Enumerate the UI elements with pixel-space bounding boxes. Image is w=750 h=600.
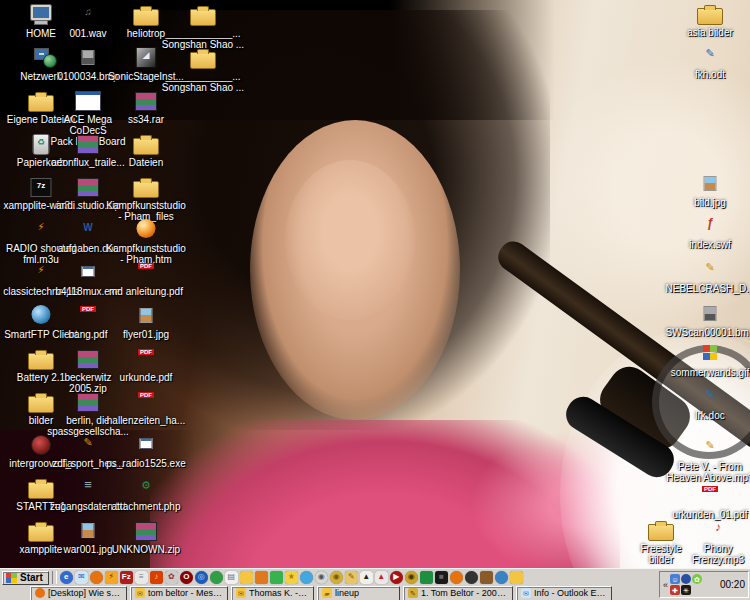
desktop-icon[interactable]: ____________... Songshan Shao ... xyxy=(158,46,248,89)
gold-eye-icon[interactable]: ◉ xyxy=(405,571,418,584)
task-button[interactable]: ✉ Info - Outlook Express xyxy=(516,586,612,600)
icon-label: flyer01.jpg xyxy=(123,329,169,340)
icon-glyph: ◉ xyxy=(333,573,340,581)
desktop-icon[interactable]: Kampfkunststudio - Pham.htm xyxy=(100,218,192,261)
icon-label: hallenzeiten_ha... xyxy=(107,415,185,426)
file-icon xyxy=(132,46,160,70)
filezilla-icon[interactable]: Fz xyxy=(120,571,133,584)
document-icon[interactable]: ▤ xyxy=(225,571,238,584)
yellow-folder-icon[interactable] xyxy=(510,571,523,584)
icon-glyph: ▲ xyxy=(377,573,385,581)
penguin-icon[interactable]: ▲ xyxy=(360,571,373,584)
winamp-icon[interactable]: ⚡ xyxy=(105,571,118,584)
icon-label: ps_radio1525.exe xyxy=(106,458,186,469)
brown-box-icon[interactable] xyxy=(480,571,493,584)
desktop-icon[interactable]: flyer01.jpg xyxy=(100,304,192,347)
msn-compass-icon[interactable]: ◎ xyxy=(195,571,208,584)
winamp-flame-icon[interactable]: ♪ xyxy=(150,571,163,584)
desktop-icon[interactable]: hallenzeiten_ha... xyxy=(100,390,192,433)
outlook-express-icon[interactable]: ✉ xyxy=(75,571,88,584)
office-icon[interactable] xyxy=(255,571,268,584)
yellow-star-icon[interactable]: ★ xyxy=(285,571,298,584)
green-square-icon[interactable] xyxy=(420,571,433,584)
file-icon xyxy=(74,347,102,371)
media-green-icon[interactable] xyxy=(270,571,283,584)
desktop-icon[interactable]: md anleitung.pdf xyxy=(100,261,192,304)
desktop-icon[interactable]: Pete V. - From Heaven Above.mp3 xyxy=(660,436,750,483)
desktop-icon[interactable]: Phony Frenzy.mp3 xyxy=(685,518,750,565)
cd-burner-icon[interactable]: ◉ xyxy=(330,571,343,584)
icon-label: Freestyle bilder xyxy=(635,543,687,565)
file-icon xyxy=(132,433,160,457)
file-icon xyxy=(189,46,217,70)
file-icon xyxy=(696,214,724,238)
compass-icon[interactable]: ◉ xyxy=(315,571,328,584)
start-button[interactable]: Start xyxy=(2,571,49,585)
gold-pencil-icon[interactable]: ✎ xyxy=(345,571,358,584)
desktop-icon[interactable]: lrk.doc xyxy=(660,385,750,421)
desktop-icon[interactable]: attachment.php xyxy=(100,476,192,519)
desktop-icon[interactable]: Dateien xyxy=(100,132,192,175)
file-icon xyxy=(132,304,160,328)
icon-label: NEBELCRASH_D... xyxy=(666,283,750,294)
task-button-icon: ✉ xyxy=(521,588,531,598)
desktop-icon[interactable]: bild.jpg xyxy=(660,172,750,208)
desktop-icon[interactable]: UNKNOWN.zip xyxy=(100,519,192,562)
media-player-red-icon[interactable]: ▶ xyxy=(390,571,403,584)
task-button-label: Info - Outlook Express xyxy=(534,588,607,598)
file-icon xyxy=(132,89,160,113)
task-button[interactable]: ✎ 1. Tom Beltor - 2006-02-... xyxy=(403,586,513,600)
messenger-user-icon[interactable]: ☺ xyxy=(670,574,680,584)
antivirus-shield-icon[interactable]: ✚ xyxy=(670,585,680,595)
file-icon xyxy=(132,347,160,371)
internet-explorer-icon[interactable]: e xyxy=(60,571,73,584)
icon-glyph: ◉ xyxy=(318,573,325,581)
icon-glyph: ⚡ xyxy=(108,573,114,581)
file-icon xyxy=(74,304,102,328)
taskbar-clock[interactable]: 00:20 xyxy=(720,579,745,590)
desktop-icon[interactable]: index.swf xyxy=(660,214,750,250)
desktop-icon[interactable]: urkunde.pdf xyxy=(100,347,192,390)
opera-icon[interactable]: O xyxy=(180,571,193,584)
desktop-icon[interactable]: ss34.rar xyxy=(100,89,192,132)
firefox-2-icon[interactable] xyxy=(450,571,463,584)
desktop-icon[interactable]: sommerwands.gif xyxy=(660,342,750,378)
task-button-icon xyxy=(35,588,45,598)
desktop-icon[interactable]: ____________... Songshan Shao ... xyxy=(158,3,248,46)
desktop-icon[interactable]: fkh.odt xyxy=(660,44,750,80)
dark-bomb-icon[interactable] xyxy=(465,571,478,584)
tray-collapse-button[interactable]: « xyxy=(663,580,668,590)
file-icon xyxy=(704,518,732,542)
desktop-icon[interactable]: Kampfkunststudio - Pham_files xyxy=(100,175,192,218)
icq-online-icon[interactable]: ✿ xyxy=(692,574,702,584)
red-triangle-icon[interactable]: ▲ xyxy=(375,571,388,584)
desktop-icon[interactable]: ps_radio1525.exe xyxy=(100,433,192,476)
firefox-icon[interactable] xyxy=(90,571,103,584)
task-button[interactable]: ✉ Thomas K. - Message Se... xyxy=(231,586,314,600)
desktop-icon[interactable]: NEBELCRASH_D... xyxy=(660,258,750,294)
green-orb-icon[interactable] xyxy=(210,571,223,584)
task-button[interactable]: ▰ lineup xyxy=(317,586,400,600)
msn-butterfly-icon[interactable] xyxy=(300,571,313,584)
black-box-icon[interactable]: ■ xyxy=(435,571,448,584)
task-button[interactable]: ✉ tom beltor - Message Se... xyxy=(130,586,228,600)
folder-icon[interactable] xyxy=(240,571,253,584)
spider-icon[interactable]: ✳ xyxy=(681,585,691,595)
notepad-icon[interactable]: ≡ xyxy=(135,571,148,584)
desktop[interactable]: HOME Netzwerk Eigene Dateien Papierkorb … xyxy=(0,0,750,568)
file-icon xyxy=(696,484,724,508)
pinwheel-icon[interactable]: ✿ xyxy=(165,571,178,584)
icq-offline-icon[interactable] xyxy=(681,574,691,584)
tray-icons: ☺ ✿ ✚ ✳ xyxy=(670,574,708,595)
taskbar-divider xyxy=(52,571,57,584)
file-icon xyxy=(696,385,724,409)
desktop-icon[interactable]: asia bilder xyxy=(660,2,750,38)
task-button[interactable]: [Desktop] Wie sieht der... xyxy=(30,586,127,600)
file-icon xyxy=(132,476,160,500)
icon-glyph: ✉ xyxy=(78,573,85,581)
desktop-icon[interactable]: urkunden_01.pdf xyxy=(660,484,750,520)
task-button-area: [Desktop] Wie sieht der... ✉ tom beltor … xyxy=(30,585,612,600)
blue-drop-icon[interactable] xyxy=(495,571,508,584)
desktop-icon[interactable]: SWScan00001.bmp xyxy=(660,302,750,338)
desktop-icon[interactable]: Freestyle bilder xyxy=(635,518,687,565)
